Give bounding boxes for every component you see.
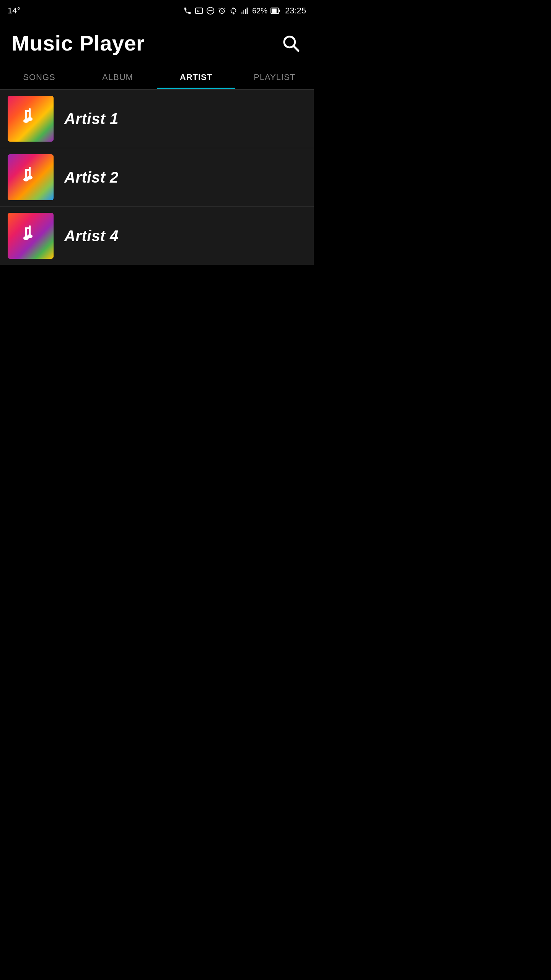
artist-name: Artist 4 (64, 227, 119, 245)
dnd-icon (206, 7, 215, 15)
time: 23:25 (285, 6, 306, 16)
temperature: 14° (8, 6, 20, 16)
svg-line-8 (219, 8, 220, 9)
list-item[interactable]: Artist 4 (0, 207, 314, 265)
list-item[interactable]: Artist 1 (0, 90, 314, 148)
music-note-icon (17, 105, 44, 132)
svg-rect-26 (25, 169, 31, 171)
music-note-icon (17, 222, 44, 249)
signal-icon (241, 7, 249, 15)
svg-text:N: N (197, 10, 199, 13)
svg-point-33 (27, 234, 33, 238)
tabs-container: SONGS ALBUM ARTIST PLAYLIST (0, 63, 314, 90)
svg-rect-16 (272, 8, 277, 13)
list-item[interactable]: Artist 2 (0, 148, 314, 207)
status-bar: 14° ↕ N (0, 0, 314, 20)
svg-rect-10 (241, 12, 243, 14)
battery-icon (271, 7, 280, 15)
tab-artist[interactable]: ARTIST (157, 63, 235, 89)
artist-name: Artist 1 (64, 110, 119, 127)
app-header: Music Player (0, 20, 314, 63)
app-title: Music Player (11, 31, 145, 56)
artist-thumbnail (8, 213, 54, 259)
tab-songs[interactable]: SONGS (0, 63, 78, 89)
phone-icon: ↕ (183, 7, 192, 15)
battery-percent: 62% (252, 7, 267, 15)
tab-playlist[interactable]: PLAYLIST (235, 63, 314, 89)
nfc-icon: N (195, 7, 203, 15)
svg-rect-31 (25, 227, 31, 229)
sync-icon (229, 7, 238, 15)
artist-thumbnail (8, 154, 54, 200)
svg-rect-13 (246, 8, 248, 14)
tab-album[interactable]: ALBUM (78, 63, 157, 89)
search-button[interactable] (279, 32, 302, 55)
music-note-icon (17, 164, 44, 191)
artist-list: Artist 1 Artist 2 (0, 90, 314, 265)
alarm-icon (218, 7, 226, 15)
svg-rect-12 (245, 9, 246, 14)
svg-text:↕: ↕ (188, 7, 190, 10)
svg-point-28 (27, 176, 33, 180)
svg-rect-11 (243, 10, 244, 14)
artist-name: Artist 2 (64, 169, 119, 186)
empty-area (0, 265, 314, 533)
svg-line-18 (294, 46, 298, 51)
svg-rect-21 (25, 110, 31, 112)
svg-point-23 (27, 117, 33, 121)
svg-line-9 (224, 8, 225, 9)
svg-rect-15 (279, 10, 280, 12)
status-icons: ↕ N (183, 6, 306, 16)
artist-thumbnail (8, 96, 54, 142)
